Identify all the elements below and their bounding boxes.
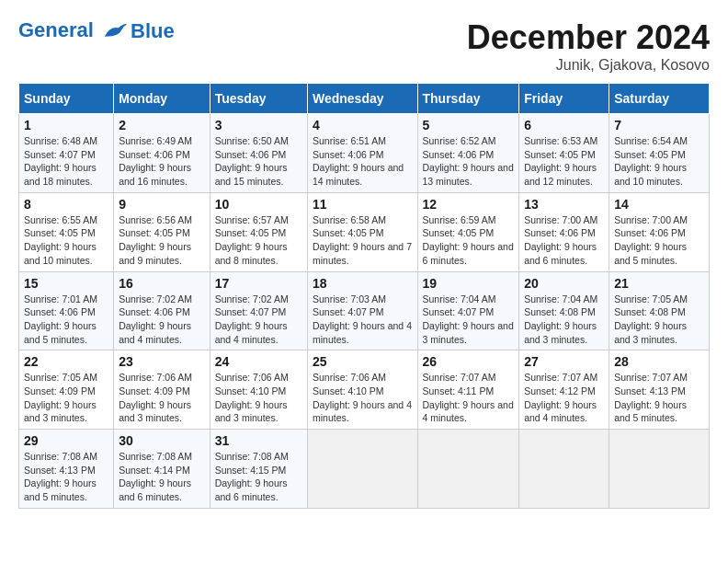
- calendar-cell: 9 Sunrise: 6:56 AMSunset: 4:05 PMDayligh…: [114, 192, 210, 271]
- day-number: 16: [119, 276, 205, 291]
- day-number: 24: [215, 354, 302, 369]
- column-header-thursday: Thursday: [417, 84, 519, 114]
- day-info: Sunrise: 7:06 AMSunset: 4:09 PMDaylight:…: [119, 371, 205, 425]
- day-number: 2: [119, 118, 205, 132]
- calendar-cell: 17 Sunrise: 7:02 AMSunset: 4:07 PMDaylig…: [210, 271, 307, 350]
- calendar-cell: 19 Sunrise: 7:04 AMSunset: 4:07 PMDaylig…: [417, 271, 519, 350]
- day-info: Sunrise: 6:48 AMSunset: 4:07 PMDaylight:…: [24, 134, 108, 189]
- day-number: 26: [423, 354, 515, 369]
- day-info: Sunrise: 6:50 AMSunset: 4:06 PMDaylight:…: [215, 134, 302, 189]
- calendar-cell: 11 Sunrise: 6:58 AMSunset: 4:05 PMDaylig…: [307, 192, 417, 271]
- day-number: 4: [313, 118, 413, 132]
- calendar-cell: 8 Sunrise: 6:55 AMSunset: 4:05 PMDayligh…: [19, 192, 114, 271]
- day-info: Sunrise: 7:08 AMSunset: 4:13 PMDaylight:…: [24, 450, 108, 504]
- day-number: 11: [313, 197, 413, 212]
- logo-bird-icon: [101, 18, 129, 44]
- day-info: Sunrise: 7:01 AMSunset: 4:06 PMDaylight:…: [24, 293, 108, 347]
- calendar-cell: 15 Sunrise: 7:01 AMSunset: 4:06 PMDaylig…: [19, 271, 114, 350]
- day-number: 21: [614, 276, 704, 291]
- location: Junik, Gjakova, Kosovo: [467, 57, 710, 74]
- day-number: 1: [24, 118, 108, 132]
- page-header: General Blue December 2024 Junik, Gjakov…: [18, 18, 710, 74]
- calendar-cell: [307, 430, 417, 509]
- day-info: Sunrise: 6:57 AMSunset: 4:05 PMDaylight:…: [215, 213, 302, 268]
- day-number: 17: [215, 276, 302, 291]
- calendar-cell: 27 Sunrise: 7:07 AMSunset: 4:12 PMDaylig…: [519, 350, 609, 430]
- calendar-cell: 14 Sunrise: 7:00 AMSunset: 4:06 PMDaylig…: [609, 192, 710, 271]
- day-info: Sunrise: 7:08 AMSunset: 4:14 PMDaylight:…: [119, 450, 205, 504]
- day-number: 10: [215, 197, 302, 212]
- calendar-cell: 31 Sunrise: 7:08 AMSunset: 4:15 PMDaylig…: [210, 430, 307, 509]
- calendar-cell: [609, 430, 710, 509]
- calendar-body: 1 Sunrise: 6:48 AMSunset: 4:07 PMDayligh…: [19, 114, 710, 509]
- day-number: 5: [423, 118, 515, 132]
- day-info: Sunrise: 7:04 AMSunset: 4:08 PMDaylight:…: [524, 293, 604, 347]
- day-info: Sunrise: 7:08 AMSunset: 4:15 PMDaylight:…: [215, 450, 302, 504]
- day-number: 28: [614, 354, 704, 369]
- column-header-wednesday: Wednesday: [307, 84, 417, 114]
- day-info: Sunrise: 7:04 AMSunset: 4:07 PMDaylight:…: [423, 293, 515, 347]
- day-info: Sunrise: 6:58 AMSunset: 4:05 PMDaylight:…: [313, 213, 413, 268]
- day-number: 12: [423, 197, 515, 212]
- day-number: 8: [24, 197, 108, 212]
- day-info: Sunrise: 6:55 AMSunset: 4:05 PMDaylight:…: [24, 213, 108, 268]
- day-number: 6: [524, 118, 604, 132]
- week-row: 8 Sunrise: 6:55 AMSunset: 4:05 PMDayligh…: [19, 192, 710, 271]
- calendar-header-row: SundayMondayTuesdayWednesdayThursdayFrid…: [19, 84, 710, 114]
- column-header-monday: Monday: [114, 84, 210, 114]
- logo: General Blue: [18, 18, 175, 44]
- calendar-cell: 21 Sunrise: 7:05 AMSunset: 4:08 PMDaylig…: [609, 271, 710, 350]
- calendar-cell: 24 Sunrise: 7:06 AMSunset: 4:10 PMDaylig…: [210, 350, 307, 430]
- week-row: 22 Sunrise: 7:05 AMSunset: 4:09 PMDaylig…: [19, 350, 710, 430]
- logo-text-blue: Blue: [131, 20, 175, 42]
- calendar-cell: 23 Sunrise: 7:06 AMSunset: 4:09 PMDaylig…: [114, 350, 210, 430]
- day-info: Sunrise: 7:05 AMSunset: 4:08 PMDaylight:…: [614, 293, 704, 347]
- day-number: 31: [215, 433, 302, 448]
- day-info: Sunrise: 6:52 AMSunset: 4:06 PMDaylight:…: [423, 134, 515, 189]
- calendar-cell: 6 Sunrise: 6:53 AMSunset: 4:05 PMDayligh…: [519, 114, 609, 193]
- day-info: Sunrise: 6:51 AMSunset: 4:06 PMDaylight:…: [313, 134, 413, 189]
- day-info: Sunrise: 7:05 AMSunset: 4:09 PMDaylight:…: [24, 371, 108, 425]
- day-number: 3: [215, 118, 302, 132]
- week-row: 1 Sunrise: 6:48 AMSunset: 4:07 PMDayligh…: [19, 114, 710, 193]
- calendar-cell: 16 Sunrise: 7:02 AMSunset: 4:06 PMDaylig…: [114, 271, 210, 350]
- calendar-cell: 29 Sunrise: 7:08 AMSunset: 4:13 PMDaylig…: [19, 430, 114, 509]
- calendar-cell: 20 Sunrise: 7:04 AMSunset: 4:08 PMDaylig…: [519, 271, 609, 350]
- day-number: 30: [119, 433, 205, 448]
- calendar-cell: 25 Sunrise: 7:06 AMSunset: 4:10 PMDaylig…: [307, 350, 417, 430]
- column-header-saturday: Saturday: [609, 84, 710, 114]
- day-number: 27: [524, 354, 604, 369]
- calendar-cell: [519, 430, 609, 509]
- day-number: 25: [313, 354, 413, 369]
- calendar-cell: 5 Sunrise: 6:52 AMSunset: 4:06 PMDayligh…: [417, 114, 519, 193]
- calendar-cell: 2 Sunrise: 6:49 AMSunset: 4:06 PMDayligh…: [114, 114, 210, 193]
- day-number: 19: [423, 276, 515, 291]
- column-header-sunday: Sunday: [19, 84, 114, 114]
- day-number: 22: [24, 354, 108, 369]
- day-info: Sunrise: 7:07 AMSunset: 4:13 PMDaylight:…: [614, 371, 704, 425]
- day-number: 20: [524, 276, 604, 291]
- calendar-table: SundayMondayTuesdayWednesdayThursdayFrid…: [18, 83, 710, 509]
- title-block: December 2024 Junik, Gjakova, Kosovo: [467, 18, 710, 74]
- day-info: Sunrise: 6:54 AMSunset: 4:05 PMDaylight:…: [614, 134, 704, 189]
- column-header-friday: Friday: [519, 84, 609, 114]
- calendar-cell: 28 Sunrise: 7:07 AMSunset: 4:13 PMDaylig…: [609, 350, 710, 430]
- day-info: Sunrise: 7:07 AMSunset: 4:12 PMDaylight:…: [524, 371, 604, 425]
- day-info: Sunrise: 7:02 AMSunset: 4:07 PMDaylight:…: [215, 293, 302, 347]
- day-number: 23: [119, 354, 205, 369]
- calendar-cell: 18 Sunrise: 7:03 AMSunset: 4:07 PMDaylig…: [307, 271, 417, 350]
- day-number: 18: [313, 276, 413, 291]
- day-info: Sunrise: 7:00 AMSunset: 4:06 PMDaylight:…: [614, 213, 704, 268]
- day-number: 14: [614, 197, 704, 212]
- week-row: 29 Sunrise: 7:08 AMSunset: 4:13 PMDaylig…: [19, 430, 710, 509]
- calendar-cell: 13 Sunrise: 7:00 AMSunset: 4:06 PMDaylig…: [519, 192, 609, 271]
- day-number: 13: [524, 197, 604, 212]
- day-info: Sunrise: 7:00 AMSunset: 4:06 PMDaylight:…: [524, 213, 604, 268]
- logo-text-general: General: [18, 18, 94, 41]
- week-row: 15 Sunrise: 7:01 AMSunset: 4:06 PMDaylig…: [19, 271, 710, 350]
- day-number: 15: [24, 276, 108, 291]
- day-info: Sunrise: 7:07 AMSunset: 4:11 PMDaylight:…: [423, 371, 515, 425]
- month-title: December 2024: [467, 18, 710, 57]
- day-info: Sunrise: 7:03 AMSunset: 4:07 PMDaylight:…: [313, 293, 413, 347]
- day-info: Sunrise: 6:53 AMSunset: 4:05 PMDaylight:…: [524, 134, 604, 189]
